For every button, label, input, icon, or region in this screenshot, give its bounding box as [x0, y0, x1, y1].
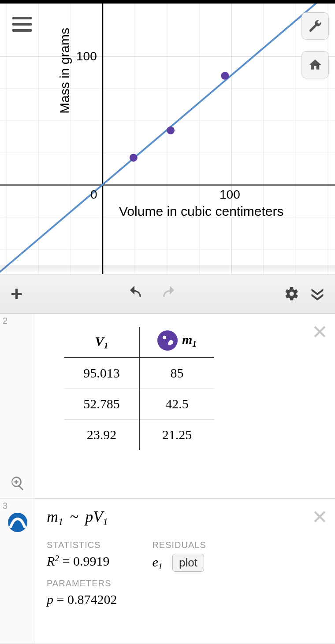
parameters-label: PARAMETERS: [47, 578, 117, 588]
delete-row-button[interactable]: ✕: [312, 507, 328, 527]
parameter-p: p = 0.874202: [47, 592, 117, 607]
home-button[interactable]: [302, 51, 329, 78]
zoom-fit-button[interactable]: [10, 475, 26, 493]
scatter-marker-icon[interactable]: [157, 330, 178, 351]
status-bar: [0, 0, 335, 4]
redo-button[interactable]: [161, 285, 179, 303]
undo-button[interactable]: [126, 285, 143, 303]
origin-tick-label: 0: [90, 188, 97, 202]
delete-row-button[interactable]: ✕: [312, 322, 328, 342]
collapse-button[interactable]: [309, 285, 326, 303]
settings-button[interactable]: [282, 285, 300, 303]
graph-pane[interactable]: 0 100 100 Volume in cubic centimeters Ma…: [0, 4, 335, 274]
regression-icon[interactable]: [7, 512, 28, 535]
regression-equation[interactable]: m1 ~ pV1: [47, 507, 324, 528]
col1-header[interactable]: V1: [64, 327, 139, 358]
row-index: 3: [3, 501, 7, 511]
x-axis-label: Volume in cubic centimeters: [119, 204, 284, 219]
svg-point-21: [221, 72, 229, 80]
r-squared-value: R2 = 0.9919: [47, 554, 117, 569]
table-row: 52.78542.5: [64, 389, 214, 419]
y-axis-label: Mass in grams: [57, 28, 72, 114]
table-row: 23.9221.25: [64, 419, 214, 450]
home-icon: [308, 58, 322, 72]
menu-icon[interactable]: [12, 17, 32, 32]
col2-header[interactable]: m1: [139, 327, 214, 358]
magnifier-plus-icon: [10, 475, 26, 491]
svg-point-24: [8, 513, 27, 532]
x-tick-100: 100: [220, 188, 240, 202]
data-table[interactable]: V1 m1 95.01385 52.78542.5 23.9221.25: [64, 327, 214, 450]
y-tick-100: 100: [76, 49, 97, 63]
residuals-label: RESIDUALS: [152, 540, 206, 550]
add-expression-button[interactable]: +: [11, 282, 22, 306]
graph-canvas[interactable]: [0, 4, 335, 274]
table-row: 95.01385: [64, 358, 214, 389]
residual-var: e1: [152, 555, 162, 569]
statistics-label: STATISTICS: [47, 540, 117, 550]
expression-toolbar: +: [0, 274, 335, 314]
plot-residuals-button[interactable]: plot: [172, 554, 204, 572]
wrench-button[interactable]: [302, 12, 329, 40]
svg-point-23: [130, 154, 138, 162]
svg-line-20: [0, 4, 335, 274]
expression-row-regression[interactable]: 3 ✕ m1 ~ pV1 STATISTICS R2 = 0.9919: [0, 499, 335, 644]
svg-point-22: [167, 126, 175, 134]
expression-list: 2 ✕ V1 m1 95.01385 52.78542.5 23.9221.25: [0, 314, 335, 644]
row-index: 2: [3, 316, 7, 326]
expression-row-table[interactable]: 2 ✕ V1 m1 95.01385 52.78542.5 23.9221.25: [0, 314, 335, 499]
wrench-icon: [308, 19, 322, 33]
